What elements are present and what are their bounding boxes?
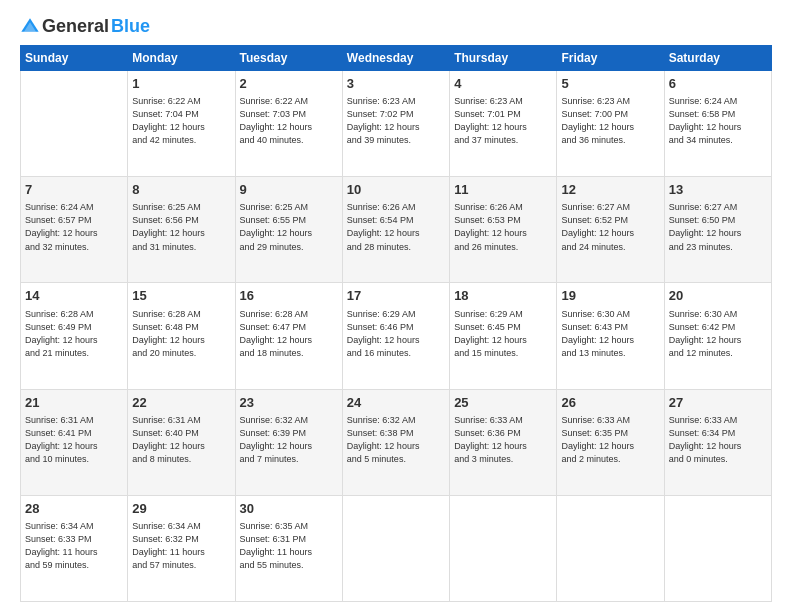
day-info: Sunrise: 6:28 AMSunset: 6:48 PMDaylight:…	[132, 308, 230, 360]
day-info: Sunrise: 6:23 AMSunset: 7:00 PMDaylight:…	[561, 95, 659, 147]
day-info: Sunrise: 6:23 AMSunset: 7:02 PMDaylight:…	[347, 95, 445, 147]
calendar-cell: 21Sunrise: 6:31 AMSunset: 6:41 PMDayligh…	[21, 389, 128, 495]
day-number: 4	[454, 75, 552, 93]
day-number: 10	[347, 181, 445, 199]
calendar-cell: 22Sunrise: 6:31 AMSunset: 6:40 PMDayligh…	[128, 389, 235, 495]
calendar-cell: 26Sunrise: 6:33 AMSunset: 6:35 PMDayligh…	[557, 389, 664, 495]
day-number: 7	[25, 181, 123, 199]
calendar-cell: 1Sunrise: 6:22 AMSunset: 7:04 PMDaylight…	[128, 71, 235, 177]
calendar-week-row: 7Sunrise: 6:24 AMSunset: 6:57 PMDaylight…	[21, 177, 772, 283]
day-info: Sunrise: 6:22 AMSunset: 7:03 PMDaylight:…	[240, 95, 338, 147]
day-info: Sunrise: 6:30 AMSunset: 6:43 PMDaylight:…	[561, 308, 659, 360]
day-number: 11	[454, 181, 552, 199]
calendar-cell: 7Sunrise: 6:24 AMSunset: 6:57 PMDaylight…	[21, 177, 128, 283]
calendar-cell: 16Sunrise: 6:28 AMSunset: 6:47 PMDayligh…	[235, 283, 342, 389]
day-info: Sunrise: 6:34 AMSunset: 6:33 PMDaylight:…	[25, 520, 123, 572]
calendar-cell: 12Sunrise: 6:27 AMSunset: 6:52 PMDayligh…	[557, 177, 664, 283]
day-number: 8	[132, 181, 230, 199]
day-of-week-header: Saturday	[664, 46, 771, 71]
day-info: Sunrise: 6:22 AMSunset: 7:04 PMDaylight:…	[132, 95, 230, 147]
calendar-cell: 18Sunrise: 6:29 AMSunset: 6:45 PMDayligh…	[450, 283, 557, 389]
calendar-cell: 14Sunrise: 6:28 AMSunset: 6:49 PMDayligh…	[21, 283, 128, 389]
calendar-cell: 2Sunrise: 6:22 AMSunset: 7:03 PMDaylight…	[235, 71, 342, 177]
day-number: 27	[669, 394, 767, 412]
day-info: Sunrise: 6:28 AMSunset: 6:49 PMDaylight:…	[25, 308, 123, 360]
calendar-cell: 3Sunrise: 6:23 AMSunset: 7:02 PMDaylight…	[342, 71, 449, 177]
calendar-cell: 15Sunrise: 6:28 AMSunset: 6:48 PMDayligh…	[128, 283, 235, 389]
day-info: Sunrise: 6:27 AMSunset: 6:50 PMDaylight:…	[669, 201, 767, 253]
day-number: 26	[561, 394, 659, 412]
day-info: Sunrise: 6:29 AMSunset: 6:46 PMDaylight:…	[347, 308, 445, 360]
day-number: 29	[132, 500, 230, 518]
calendar-cell: 19Sunrise: 6:30 AMSunset: 6:43 PMDayligh…	[557, 283, 664, 389]
calendar-cell: 13Sunrise: 6:27 AMSunset: 6:50 PMDayligh…	[664, 177, 771, 283]
day-number: 22	[132, 394, 230, 412]
day-of-week-header: Wednesday	[342, 46, 449, 71]
header: General Blue	[20, 16, 772, 37]
calendar-cell: 6Sunrise: 6:24 AMSunset: 6:58 PMDaylight…	[664, 71, 771, 177]
day-info: Sunrise: 6:30 AMSunset: 6:42 PMDaylight:…	[669, 308, 767, 360]
calendar-cell: 28Sunrise: 6:34 AMSunset: 6:33 PMDayligh…	[21, 495, 128, 601]
day-info: Sunrise: 6:29 AMSunset: 6:45 PMDaylight:…	[454, 308, 552, 360]
logo: General Blue	[20, 16, 150, 37]
day-info: Sunrise: 6:35 AMSunset: 6:31 PMDaylight:…	[240, 520, 338, 572]
day-number: 30	[240, 500, 338, 518]
day-info: Sunrise: 6:28 AMSunset: 6:47 PMDaylight:…	[240, 308, 338, 360]
day-number: 12	[561, 181, 659, 199]
day-of-week-header: Sunday	[21, 46, 128, 71]
logo-area: General Blue	[20, 16, 150, 37]
calendar-cell	[21, 71, 128, 177]
day-info: Sunrise: 6:25 AMSunset: 6:56 PMDaylight:…	[132, 201, 230, 253]
page: General Blue SundayMondayTuesdayWednesda…	[0, 0, 792, 612]
calendar-cell: 11Sunrise: 6:26 AMSunset: 6:53 PMDayligh…	[450, 177, 557, 283]
day-info: Sunrise: 6:31 AMSunset: 6:41 PMDaylight:…	[25, 414, 123, 466]
day-number: 5	[561, 75, 659, 93]
day-info: Sunrise: 6:31 AMSunset: 6:40 PMDaylight:…	[132, 414, 230, 466]
logo-general: General	[42, 16, 109, 37]
calendar-cell: 10Sunrise: 6:26 AMSunset: 6:54 PMDayligh…	[342, 177, 449, 283]
calendar-week-row: 14Sunrise: 6:28 AMSunset: 6:49 PMDayligh…	[21, 283, 772, 389]
day-number: 23	[240, 394, 338, 412]
calendar-cell: 8Sunrise: 6:25 AMSunset: 6:56 PMDaylight…	[128, 177, 235, 283]
day-number: 25	[454, 394, 552, 412]
day-info: Sunrise: 6:27 AMSunset: 6:52 PMDaylight:…	[561, 201, 659, 253]
calendar-cell: 25Sunrise: 6:33 AMSunset: 6:36 PMDayligh…	[450, 389, 557, 495]
day-number: 6	[669, 75, 767, 93]
day-number: 3	[347, 75, 445, 93]
calendar-header-row: SundayMondayTuesdayWednesdayThursdayFrid…	[21, 46, 772, 71]
day-of-week-header: Friday	[557, 46, 664, 71]
calendar-cell: 24Sunrise: 6:32 AMSunset: 6:38 PMDayligh…	[342, 389, 449, 495]
calendar-cell: 30Sunrise: 6:35 AMSunset: 6:31 PMDayligh…	[235, 495, 342, 601]
day-number: 18	[454, 287, 552, 305]
day-info: Sunrise: 6:34 AMSunset: 6:32 PMDaylight:…	[132, 520, 230, 572]
calendar-cell: 29Sunrise: 6:34 AMSunset: 6:32 PMDayligh…	[128, 495, 235, 601]
day-info: Sunrise: 6:24 AMSunset: 6:58 PMDaylight:…	[669, 95, 767, 147]
day-number: 28	[25, 500, 123, 518]
day-number: 24	[347, 394, 445, 412]
day-info: Sunrise: 6:23 AMSunset: 7:01 PMDaylight:…	[454, 95, 552, 147]
day-number: 19	[561, 287, 659, 305]
calendar-cell: 5Sunrise: 6:23 AMSunset: 7:00 PMDaylight…	[557, 71, 664, 177]
day-number: 21	[25, 394, 123, 412]
calendar-cell: 9Sunrise: 6:25 AMSunset: 6:55 PMDaylight…	[235, 177, 342, 283]
day-info: Sunrise: 6:32 AMSunset: 6:38 PMDaylight:…	[347, 414, 445, 466]
day-info: Sunrise: 6:26 AMSunset: 6:54 PMDaylight:…	[347, 201, 445, 253]
calendar-week-row: 1Sunrise: 6:22 AMSunset: 7:04 PMDaylight…	[21, 71, 772, 177]
day-number: 2	[240, 75, 338, 93]
logo-blue: Blue	[111, 16, 150, 37]
day-number: 20	[669, 287, 767, 305]
day-of-week-header: Tuesday	[235, 46, 342, 71]
logo-icon	[20, 17, 40, 37]
day-number: 16	[240, 287, 338, 305]
calendar-cell: 4Sunrise: 6:23 AMSunset: 7:01 PMDaylight…	[450, 71, 557, 177]
day-number: 15	[132, 287, 230, 305]
day-number: 14	[25, 287, 123, 305]
day-number: 17	[347, 287, 445, 305]
calendar-cell: 17Sunrise: 6:29 AMSunset: 6:46 PMDayligh…	[342, 283, 449, 389]
day-of-week-header: Thursday	[450, 46, 557, 71]
calendar-cell: 23Sunrise: 6:32 AMSunset: 6:39 PMDayligh…	[235, 389, 342, 495]
day-info: Sunrise: 6:33 AMSunset: 6:36 PMDaylight:…	[454, 414, 552, 466]
calendar-cell: 20Sunrise: 6:30 AMSunset: 6:42 PMDayligh…	[664, 283, 771, 389]
day-info: Sunrise: 6:25 AMSunset: 6:55 PMDaylight:…	[240, 201, 338, 253]
day-info: Sunrise: 6:26 AMSunset: 6:53 PMDaylight:…	[454, 201, 552, 253]
